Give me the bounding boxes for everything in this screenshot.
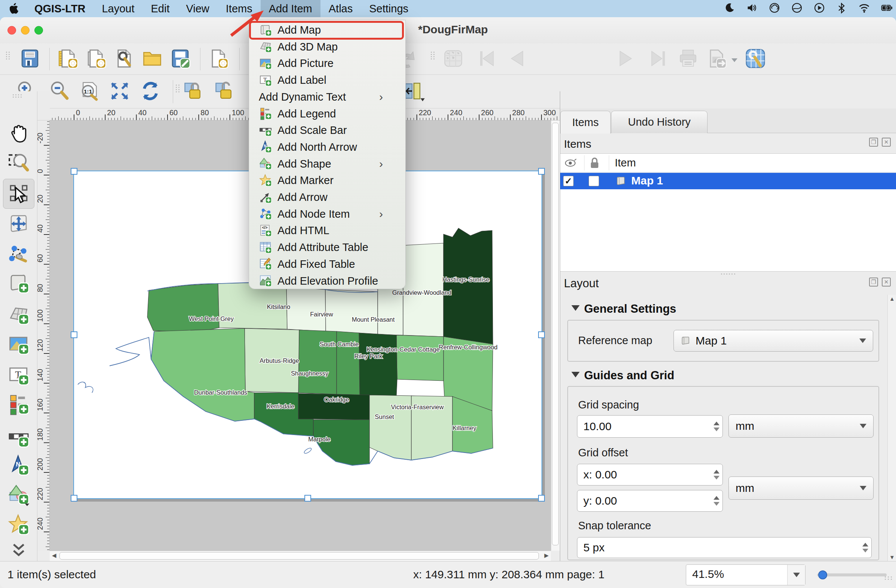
canvas-horizontal-scrollbar[interactable]: ◀ ▶ bbox=[50, 551, 551, 561]
zoom-slider-track[interactable] bbox=[817, 573, 887, 576]
items-row-map1[interactable]: ✓ Map 1 bbox=[560, 173, 896, 189]
add-3d-map-tool[interactable] bbox=[6, 303, 31, 327]
close-panel-icon[interactable]: ✕ bbox=[882, 277, 891, 286]
menu-item-add-dynamic-text[interactable]: Add Dynamic Text› bbox=[249, 88, 406, 105]
moon-icon[interactable] bbox=[724, 2, 735, 16]
scroll-right-icon[interactable]: ▶ bbox=[544, 552, 549, 559]
add-picture-tool[interactable] bbox=[6, 332, 31, 357]
scroll-down-icon[interactable]: ▼ bbox=[889, 554, 895, 560]
play-circle-icon[interactable] bbox=[814, 2, 825, 16]
hscroll-thumb[interactable] bbox=[59, 552, 539, 559]
resize-grip[interactable] bbox=[885, 576, 892, 580]
collapse-guides-grid-icon[interactable] bbox=[571, 372, 580, 378]
menu-item-add-picture[interactable]: Add Picture bbox=[249, 55, 406, 72]
menubar-item-atlas[interactable]: Atlas bbox=[320, 0, 361, 17]
menu-item-add-html[interactable]: </>Add HTML bbox=[249, 222, 406, 239]
layout-manager-button[interactable] bbox=[112, 47, 136, 71]
collapse-general-settings-icon[interactable] bbox=[571, 305, 580, 311]
close-panel-icon[interactable]: ✕ bbox=[882, 138, 891, 147]
more-tools-tool[interactable] bbox=[6, 537, 31, 562]
grid-offset-y-input[interactable]: y: 0.00 bbox=[577, 490, 723, 512]
spinner-arrows[interactable] bbox=[713, 470, 719, 480]
menu-item-add-scale-bar[interactable]: Add Scale Bar bbox=[249, 122, 406, 139]
battery-icon[interactable] bbox=[881, 2, 892, 16]
menu-item-add-marker[interactable]: Add Marker bbox=[249, 172, 406, 189]
duplicate-layout-button[interactable] bbox=[84, 47, 108, 71]
align-items-button[interactable] bbox=[403, 80, 427, 104]
add-map-tool[interactable] bbox=[6, 271, 31, 296]
selection-handle[interactable] bbox=[71, 331, 78, 338]
zoom-full-button[interactable] bbox=[108, 80, 132, 104]
canvas-vertical-scrollbar[interactable] bbox=[551, 120, 560, 551]
minimize-window-button[interactable] bbox=[21, 26, 29, 35]
add-shape-tool[interactable] bbox=[6, 483, 31, 507]
add-scale-bar-tool[interactable] bbox=[6, 425, 31, 450]
zoom-actual-button[interactable]: 1:1 bbox=[78, 80, 102, 104]
zoom-tool[interactable] bbox=[6, 151, 31, 175]
lock-checkbox[interactable] bbox=[588, 176, 599, 186]
export-image-button[interactable] bbox=[704, 47, 728, 71]
close-window-button[interactable] bbox=[8, 26, 16, 35]
selection-handle[interactable] bbox=[71, 168, 78, 175]
selection-handle[interactable] bbox=[305, 495, 311, 501]
reference-map-dropdown[interactable]: Map 1 bbox=[674, 330, 873, 352]
save-button[interactable] bbox=[18, 47, 42, 71]
browser-icon[interactable] bbox=[791, 2, 803, 16]
refresh-button[interactable] bbox=[139, 80, 162, 104]
pan-tool[interactable] bbox=[6, 121, 31, 146]
zoom-window-button[interactable] bbox=[34, 26, 43, 35]
selection-handle[interactable] bbox=[538, 495, 545, 501]
scroll-up-icon[interactable]: ▲ bbox=[889, 296, 895, 302]
snap-tolerance-input[interactable]: 5 px bbox=[577, 537, 872, 558]
apple-menu-icon[interactable] bbox=[0, 0, 26, 17]
open-folder-button[interactable] bbox=[140, 47, 164, 71]
grid-offset-x-input[interactable]: x: 0.00 bbox=[577, 464, 723, 486]
unlock-items-button[interactable] bbox=[212, 80, 236, 104]
new-layout-button[interactable] bbox=[56, 47, 80, 71]
grid-offset-unit-dropdown[interactable]: mm bbox=[728, 477, 873, 500]
title-bar[interactable]: *DougFirMap bbox=[0, 17, 896, 43]
menu-item-add-elevation-profile[interactable]: Add Elevation Profile bbox=[249, 273, 406, 289]
menu-item-add-fixed-table[interactable]: Add Fixed Table bbox=[249, 256, 406, 273]
menu-item-add-attribute-table[interactable]: Add Attribute Table bbox=[249, 239, 406, 256]
menu-item-add-north-arrow[interactable]: NAdd North Arrow bbox=[249, 139, 406, 155]
menu-item-add-node-item[interactable]: Add Node Item› bbox=[249, 206, 406, 222]
wifi-icon[interactable] bbox=[859, 2, 870, 16]
tab-items[interactable]: Items bbox=[560, 111, 611, 134]
visibility-checkbox[interactable]: ✓ bbox=[563, 176, 574, 186]
grid-spacing-unit-dropdown[interactable]: mm bbox=[728, 414, 873, 438]
selection-handle[interactable] bbox=[538, 168, 545, 175]
menubar-item-qgis-ltr[interactable]: QGIS-LTR bbox=[26, 0, 93, 17]
bluetooth-icon[interactable] bbox=[836, 2, 847, 16]
menu-item-add-shape[interactable]: Add Shape› bbox=[249, 155, 406, 172]
float-panel-icon[interactable]: ❐ bbox=[869, 277, 878, 286]
panel-splitter[interactable] bbox=[560, 271, 896, 277]
select-move-item-tool[interactable] bbox=[3, 179, 34, 209]
scroll-left-icon[interactable]: ◀ bbox=[52, 552, 56, 559]
atlas-preview-button[interactable] bbox=[441, 47, 465, 71]
menubar-item-edit[interactable]: Edit bbox=[142, 0, 178, 17]
save-as-button[interactable] bbox=[168, 47, 192, 71]
first-feature-button[interactable] bbox=[474, 47, 498, 71]
tab-undo-history[interactable]: Undo History bbox=[611, 111, 707, 133]
creative-cloud-icon[interactable] bbox=[769, 2, 780, 16]
menu-item-add-label[interactable]: TAdd Label bbox=[249, 72, 406, 88]
vscroll-thumb[interactable] bbox=[552, 123, 559, 545]
zoom-out-button[interactable] bbox=[48, 80, 72, 104]
grid-spacing-input[interactable]: 10.00 bbox=[577, 415, 723, 438]
zoom-slider-handle[interactable] bbox=[818, 570, 827, 579]
selection-handle[interactable] bbox=[538, 331, 545, 338]
lock-items-button[interactable] bbox=[181, 80, 205, 104]
add-legend-tool[interactable] bbox=[6, 392, 31, 417]
spinner-arrows[interactable] bbox=[713, 496, 719, 506]
add-marker-tool[interactable] bbox=[6, 513, 31, 538]
layout-panel-scrollbar[interactable]: ▲ ▼ bbox=[887, 295, 896, 561]
move-content-tool[interactable] bbox=[6, 212, 31, 237]
float-panel-icon[interactable]: ❐ bbox=[869, 138, 878, 147]
prev-feature-button[interactable] bbox=[505, 47, 529, 71]
menubar-item-settings[interactable]: Settings bbox=[361, 0, 417, 17]
selection-handle[interactable] bbox=[71, 495, 78, 501]
atlas-settings-button[interactable] bbox=[744, 47, 767, 71]
edit-nodes-tool[interactable] bbox=[6, 242, 31, 267]
last-feature-button[interactable] bbox=[647, 47, 671, 71]
